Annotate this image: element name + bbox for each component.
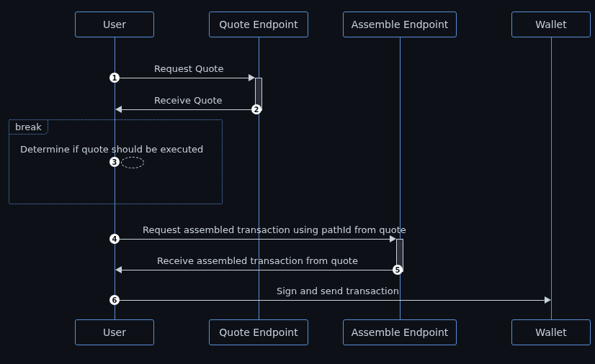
sequence-number: 6 [109, 295, 120, 305]
actor-label: Wallet [535, 327, 566, 338]
actor-assemble-bottom: Assemble Endpoint [343, 319, 457, 345]
actor-label: Quote Endpoint [219, 19, 298, 30]
sequence-number: 5 [393, 265, 403, 275]
sequence-number: 1 [109, 73, 120, 83]
lifeline-wallet [551, 37, 552, 319]
arrow-line [115, 239, 390, 240]
actor-user-top: User [75, 12, 154, 37]
arrow-head-icon [115, 266, 122, 273]
message-label: Sign and send transaction [277, 286, 399, 296]
actor-user-bottom: User [75, 319, 154, 345]
sequence-number: 2 [251, 104, 261, 114]
actor-label: Wallet [535, 19, 566, 30]
arrow-head-icon [545, 296, 551, 304]
arrow-line [115, 300, 545, 301]
actor-wallet-bottom: Wallet [511, 319, 591, 345]
arrow-line [115, 78, 249, 78]
message-label: Request assembled transaction using path… [143, 224, 406, 235]
arrow-line [121, 270, 396, 270]
message-label: Receive Quote [154, 95, 223, 106]
arrow-head-icon [249, 74, 255, 81]
message-label: Request Quote [154, 63, 223, 74]
arrow-line [121, 109, 255, 110]
actor-label: User [103, 19, 126, 30]
actor-label: Assemble Endpoint [352, 327, 449, 338]
actor-label: User [103, 327, 126, 338]
self-message-loop [121, 157, 144, 168]
actor-label: Quote Endpoint [219, 327, 298, 338]
break-label: break [9, 120, 48, 135]
lifeline-assemble [400, 37, 401, 319]
message-label: Receive assembled transaction from quote [157, 255, 358, 266]
arrow-head-icon [390, 235, 396, 242]
actor-quote-bottom: Quote Endpoint [209, 319, 308, 345]
sequence-number: 4 [109, 234, 120, 244]
break-text: Determine if quote should be executed [20, 144, 203, 155]
sequence-diagram: User Quote Endpoint Assemble Endpoint Wa… [0, 0, 595, 364]
actor-label: Assemble Endpoint [352, 19, 449, 30]
actor-assemble-top: Assemble Endpoint [343, 12, 457, 37]
arrow-head-icon [115, 106, 122, 113]
actor-wallet-top: Wallet [511, 12, 591, 37]
sequence-number: 3 [109, 157, 120, 167]
actor-quote-top: Quote Endpoint [209, 12, 308, 37]
